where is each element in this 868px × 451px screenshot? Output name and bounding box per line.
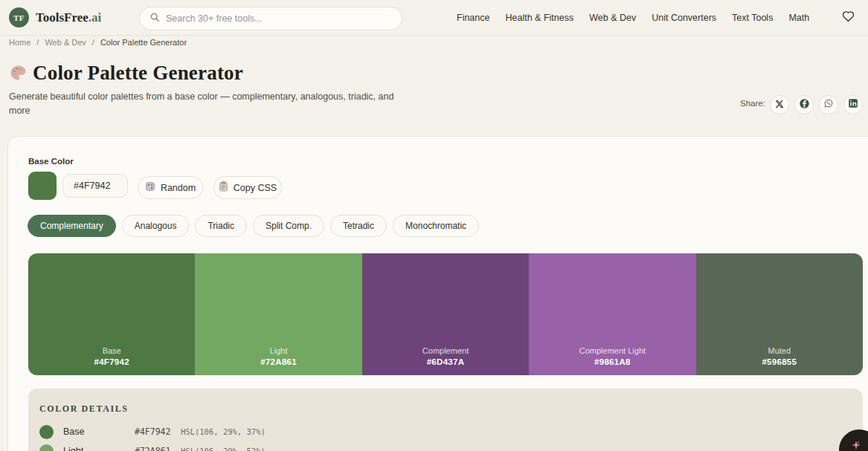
palette-swatch-complement-light[interactable]: Complement Light#9861A8	[529, 253, 695, 375]
detail-color-hex: #4F7942	[135, 426, 175, 437]
brand-logo-mark: TF	[9, 7, 29, 27]
color-details-rows: Base#4F7942HSL(106, 29%, 37%)Light#72A86…	[39, 424, 852, 451]
swatch-name: Complement Light	[529, 346, 695, 355]
detail-color-hsl: HSL(106, 29%, 37%)	[181, 427, 266, 436]
whatsapp-icon	[823, 98, 834, 111]
swatch-name: Complement	[362, 346, 529, 355]
base-color-swatch[interactable]	[28, 172, 57, 200]
color-details-heading: Color Details	[39, 403, 852, 415]
swatch-labels: Base#4F7942	[28, 346, 195, 366]
share-facebook-button[interactable]	[794, 95, 814, 114]
search-icon	[150, 12, 160, 25]
breadcrumb-separator: /	[92, 38, 94, 47]
color-details-panel: Color Details Base#4F7942HSL(106, 29%, 3…	[28, 389, 863, 451]
copy-css-button-label: Copy CSS	[234, 183, 277, 193]
color-dot	[39, 425, 54, 439]
brand-logo[interactable]: TF ToolsFree.ai	[9, 7, 101, 27]
nav-links: FinanceHealth & FitnessWeb & DevUnit Con…	[457, 0, 809, 36]
swatch-name: Muted	[696, 346, 863, 355]
swatch-hex: #4F7942	[28, 357, 195, 366]
swatch-name: Light	[195, 346, 361, 355]
breadcrumb-item-color-palette-generator: Color Palette Generator	[100, 38, 187, 47]
breadcrumb-item-web-dev[interactable]: Web & Dev	[45, 38, 86, 47]
linkedin-icon	[848, 98, 858, 111]
share-buttons	[770, 95, 868, 114]
clipboard-icon	[219, 181, 228, 194]
palette-strip: Base#4F7942Light#72A861Complement#6D437A…	[28, 253, 863, 375]
page-description: Generate beautiful color palettes from a…	[9, 90, 411, 118]
swatch-labels: Light#72A861	[195, 346, 361, 366]
detail-color-hsl: HSL(106, 29%, 52%)	[181, 447, 266, 451]
swatch-hex: #72A861	[195, 357, 361, 366]
palette-swatch-light[interactable]: Light#72A861	[195, 253, 361, 375]
breadcrumb-item-home[interactable]: Home	[9, 38, 30, 47]
palette-swatch-base[interactable]: Base#4F7942	[28, 253, 195, 375]
search-input[interactable]	[166, 13, 382, 24]
palette-swatch-complement[interactable]: Complement#6D437A	[362, 253, 529, 375]
detail-color-hex: #72A861	[135, 446, 175, 451]
swatch-hex: #596855	[696, 357, 863, 366]
swatch-name: Base	[28, 346, 195, 355]
random-button-label: Random	[161, 183, 196, 193]
swatch-labels: Complement Light#9861A8	[529, 346, 695, 366]
x-icon	[775, 98, 784, 111]
palette-mode-tabs: ComplementaryAnalogousTriadicSplit Comp.…	[28, 215, 479, 237]
detail-row-light: Light#72A861HSL(106, 29%, 52%)	[39, 444, 852, 451]
detail-color-name: Base	[63, 426, 135, 437]
top-header: TF ToolsFree.ai FinanceHealth & FitnessW…	[0, 0, 868, 36]
palette-icon	[9, 64, 27, 82]
nav-item-web-dev[interactable]: Web & Dev	[589, 13, 636, 23]
favorites-button[interactable]	[840, 10, 856, 26]
copy-css-button[interactable]: Copy CSS	[213, 176, 282, 199]
nav-item-unit-converters[interactable]: Unit Converters	[652, 13, 716, 23]
tab-split-comp[interactable]: Split Comp.	[253, 215, 324, 237]
share-x-button[interactable]	[770, 95, 789, 114]
share-whatsapp-button[interactable]	[819, 95, 838, 114]
color-dot	[39, 444, 54, 451]
breadcrumb-separator: /	[36, 38, 39, 47]
swatch-labels: Muted#596855	[696, 346, 863, 366]
search-bar[interactable]	[139, 7, 402, 30]
detail-row-base: Base#4F7942HSL(106, 29%, 37%)	[39, 424, 852, 439]
tab-triadic[interactable]: Triadic	[195, 215, 247, 237]
share-label: Share:	[740, 99, 765, 108]
brand-suffix: .ai	[89, 10, 101, 25]
swatch-labels: Complement#6D437A	[362, 346, 529, 366]
tab-tetradic[interactable]: Tetradic	[330, 215, 387, 237]
base-color-label: Base Color	[28, 157, 74, 166]
heart-icon	[842, 10, 855, 25]
hex-color-input[interactable]	[62, 174, 128, 198]
brand-name: ToolsFree.ai	[36, 10, 101, 25]
detail-color-name: Light	[63, 446, 135, 451]
tab-analogous[interactable]: Analogous	[122, 215, 190, 237]
swatch-hex: #6D437A	[362, 357, 529, 366]
nav-item-health-fitness[interactable]: Health & Fitness	[505, 13, 573, 23]
nav-item-finance[interactable]: Finance	[457, 13, 489, 23]
swatch-hex: #9861A8	[529, 357, 695, 366]
breadcrumb: Home/Web & Dev/Color Palette Generator	[9, 38, 187, 47]
page-title: Color Palette Generator	[33, 62, 243, 85]
share-linkedin-button[interactable]	[843, 95, 863, 114]
random-button[interactable]: Random	[138, 176, 203, 199]
palette-swatch-muted[interactable]: Muted#596855	[696, 253, 863, 375]
tab-monochromatic[interactable]: Monochromatic	[393, 215, 479, 237]
tab-complementary[interactable]: Complementary	[28, 215, 116, 237]
nav-item-text-tools[interactable]: Text Tools	[732, 13, 773, 23]
facebook-icon	[799, 98, 810, 112]
dice-icon	[145, 181, 155, 194]
nav-item-math[interactable]: Math	[788, 13, 809, 23]
